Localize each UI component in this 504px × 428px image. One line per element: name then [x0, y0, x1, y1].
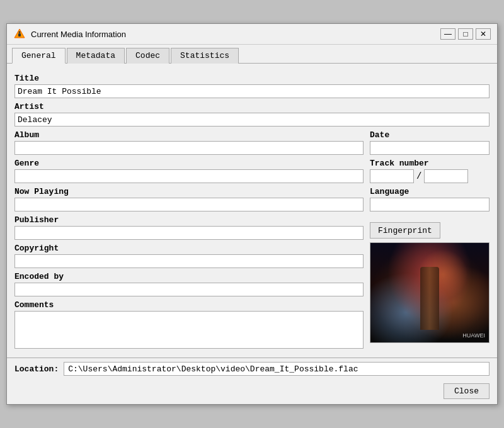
genre-section: Genre — [14, 155, 364, 183]
tab-codec[interactable]: Codec — [126, 48, 169, 64]
title-controls: — □ ✕ — [440, 28, 491, 40]
nebula-pillar — [420, 267, 439, 330]
close-button[interactable]: Close — [444, 383, 490, 399]
artist-input[interactable] — [14, 113, 490, 127]
tab-metadata[interactable]: Metadata — [67, 48, 125, 64]
copyright-section: Copyright Encoded by Comments — [14, 240, 364, 351]
svg-rect-1 — [18, 33, 21, 37]
nowplaying-language-row: Now Playing Language — [14, 183, 490, 211]
title-section: Title — [14, 74, 490, 98]
footer: Close — [7, 380, 497, 404]
date-label: Date — [370, 130, 490, 140]
huawei-logo: HUAWEI — [462, 332, 485, 339]
status-bar: Location: C:\Users\Administrator\Desktop… — [7, 358, 497, 380]
genre-label: Genre — [14, 159, 364, 168]
nowplaying-input[interactable] — [14, 198, 364, 211]
artist-label: Artist — [14, 102, 490, 111]
track-slash: / — [416, 171, 421, 181]
album-input[interactable] — [14, 141, 364, 155]
nowplaying-label: Now Playing — [14, 187, 364, 196]
vlc-icon — [13, 28, 26, 40]
title-label: Title — [14, 74, 490, 83]
location-value: C:\Users\Administrator\Desktop\video\Dre… — [64, 362, 490, 376]
publisher-fingerprint-row: Publisher Fingerprint — [14, 211, 490, 240]
artist-section: Artist — [14, 102, 490, 127]
title-bar: Current Media Information — □ ✕ — [7, 24, 497, 45]
track-label: Track number — [370, 159, 490, 168]
publisher-input[interactable] — [14, 226, 364, 240]
copyright-input[interactable] — [14, 254, 364, 268]
title-input[interactable] — [14, 84, 490, 98]
track-number-input2[interactable] — [424, 169, 468, 183]
maximize-button[interactable]: □ — [458, 28, 473, 40]
title-bar-left: Current Media Information — [13, 28, 126, 40]
language-label: Language — [370, 187, 490, 196]
language-section: Language — [370, 183, 490, 211]
album-art: HUAWEI — [370, 242, 490, 343]
svg-point-2 — [19, 31, 21, 33]
date-section: Date — [370, 127, 490, 155]
album-label: Album — [14, 130, 364, 140]
genre-track-row: Genre Track number / — [14, 155, 490, 183]
publisher-section: Publisher — [14, 211, 364, 240]
date-input[interactable] — [370, 141, 490, 155]
encodedby-input[interactable] — [14, 283, 364, 296]
album-date-row: Album Date — [14, 127, 490, 155]
location-label: Location: — [14, 364, 59, 374]
track-section: Track number / — [370, 155, 490, 183]
copyright-label: Copyright — [14, 244, 364, 253]
album-art-section: HUAWEI — [370, 240, 490, 351]
window-title: Current Media Information — [31, 30, 126, 39]
minimize-button[interactable]: — — [440, 28, 455, 40]
language-input[interactable] — [370, 198, 490, 211]
nowplaying-section: Now Playing — [14, 183, 364, 211]
track-number-row: / — [370, 169, 490, 183]
window-close-button[interactable]: ✕ — [476, 28, 491, 40]
publisher-label: Publisher — [14, 215, 364, 225]
album-section: Album — [14, 127, 364, 155]
encodedby-label: Encoded by — [14, 272, 364, 281]
track-number-input1[interactable] — [370, 169, 414, 183]
fingerprint-section: Fingerprint — [370, 211, 490, 240]
comments-input[interactable] — [14, 311, 364, 349]
tab-statistics[interactable]: Statistics — [171, 48, 239, 64]
copyright-art-row: Copyright Encoded by Comments HUAWEI — [14, 240, 490, 351]
nebula-background: HUAWEI — [370, 243, 489, 342]
comments-label: Comments — [14, 300, 364, 310]
tab-bar: General Metadata Codec Statistics — [7, 45, 497, 64]
genre-input[interactable] — [14, 169, 364, 183]
main-window: Current Media Information — □ ✕ General … — [6, 23, 498, 405]
content-area: Title Artist Album Date Genre — [7, 64, 497, 358]
fingerprint-button[interactable]: Fingerprint — [370, 222, 440, 239]
tab-general[interactable]: General — [12, 48, 66, 64]
